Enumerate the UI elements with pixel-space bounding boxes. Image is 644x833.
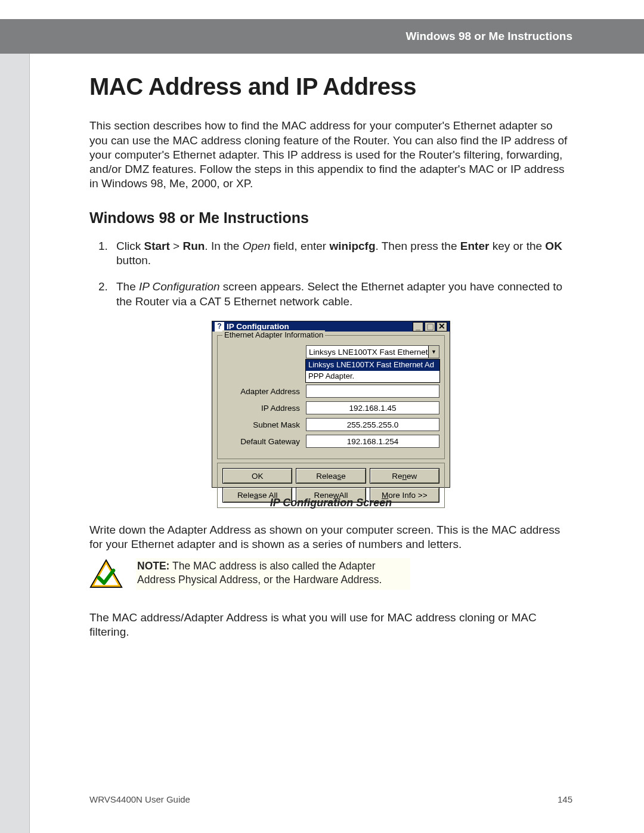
- footer-left: WRVS4400N User Guide: [89, 794, 190, 804]
- subnet-mask-label: Subnet Mask: [222, 420, 306, 430]
- step-2-text: The IP Configuration screen appears. Sel…: [116, 280, 562, 307]
- adapter-address-value: [306, 385, 439, 398]
- paragraph: The MAC address/Adapter Address is what …: [89, 611, 572, 640]
- close-button[interactable]: ✕: [436, 322, 447, 332]
- ip-address-value: 192.168.1.45: [306, 401, 439, 414]
- ok-button[interactable]: OK: [222, 468, 292, 484]
- ip-configuration-window: ? IP Configuration _ ▢ ✕ Ethernet Adapte…: [212, 321, 450, 488]
- step-1: 1. Click Start > Run. In the Open field,…: [116, 239, 572, 268]
- app-icon: ?: [215, 322, 224, 332]
- paragraph: Write down the Adapter Address as shown …: [89, 523, 572, 552]
- step-number: 1.: [98, 239, 108, 253]
- adapter-combobox[interactable]: Linksys LNE100TX Fast Ethernet Linksys L…: [306, 345, 439, 358]
- ip-address-label: IP Address: [222, 403, 306, 413]
- page: Windows 98 or Me Instructions MAC Addres…: [0, 0, 644, 833]
- note-text: NOTE: The MAC address is also called the…: [136, 558, 410, 590]
- adapter-select-row: Linksys LNE100TX Fast Ethernet Linksys L…: [222, 345, 439, 358]
- subnet-mask-value: 255.255.255.0: [306, 418, 439, 431]
- minimize-button[interactable]: _: [413, 322, 423, 332]
- page-title: MAC Address and IP Address: [89, 72, 572, 102]
- page-footer: WRVS4400N User Guide 145: [89, 794, 572, 804]
- figure-caption: IP Configuration Screen: [89, 496, 572, 510]
- header-bar: Windows 98 or Me Instructions: [0, 19, 644, 54]
- dropdown-option[interactable]: PPP Adapter.: [306, 371, 439, 382]
- renew-button[interactable]: Renew: [370, 468, 439, 484]
- dropdown-option[interactable]: Linksys LNE100TX Fast Ethernet Ad: [306, 360, 439, 371]
- header-title: Windows 98 or Me Instructions: [405, 30, 572, 43]
- step-2: 2. The IP Configuration screen appears. …: [116, 280, 572, 309]
- ordered-steps: 1. Click Start > Run. In the Open field,…: [89, 239, 572, 309]
- check-warning-icon: [89, 558, 123, 593]
- main-content: MAC Address and IP Address This section …: [89, 72, 572, 785]
- default-gateway-label: Default Gateway: [222, 436, 306, 447]
- window-body: Ethernet Adapter Information Linksys LNE…: [212, 332, 450, 513]
- left-tab-strip: [0, 54, 30, 833]
- maximize-button[interactable]: ▢: [425, 322, 435, 332]
- section-heading: Windows 98 or Me Instructions: [89, 208, 572, 227]
- adapter-dropdown[interactable]: Linksys LNE100TX Fast Ethernet Ad PPP Ad…: [305, 359, 440, 382]
- step-1-text: Click Start > Run. In the Open field, en…: [116, 240, 562, 267]
- group-label: Ethernet Adapter Information: [222, 330, 325, 340]
- intro-paragraph: This section describes how to find the M…: [89, 119, 572, 191]
- page-number: 145: [558, 794, 572, 804]
- adapter-address-label: Adapter Address: [222, 386, 306, 397]
- step-number: 2.: [98, 280, 108, 294]
- adapter-info-group: Ethernet Adapter Information Linksys LNE…: [217, 335, 445, 459]
- note-block: NOTE: The MAC address is also called the…: [89, 558, 572, 593]
- chevron-down-icon[interactable]: [428, 346, 439, 358]
- default-gateway-value: 192.168.1.254: [306, 435, 439, 448]
- combobox-value: Linksys LNE100TX Fast Ethernet: [309, 347, 428, 357]
- release-button[interactable]: Release: [296, 468, 366, 484]
